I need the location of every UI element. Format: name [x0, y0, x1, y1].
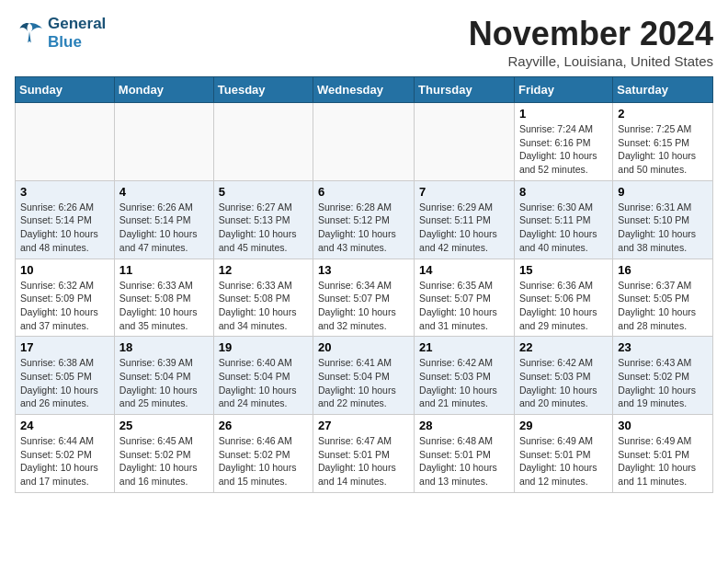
weekday-header-tuesday: Tuesday — [213, 77, 313, 103]
calendar-cell: 6Sunrise: 6:28 AM Sunset: 5:12 PM Daylig… — [313, 180, 415, 259]
day-number: 10 — [20, 263, 109, 277]
day-info: Sunrise: 6:41 AM Sunset: 5:04 PM Dayligh… — [318, 356, 409, 410]
day-info: Sunrise: 6:35 AM Sunset: 5:07 PM Dayligh… — [419, 279, 509, 333]
calendar-cell: 9Sunrise: 6:31 AM Sunset: 5:10 PM Daylig… — [613, 180, 713, 259]
day-info: Sunrise: 7:24 AM Sunset: 6:16 PM Dayligh… — [519, 122, 608, 177]
day-number: 1 — [519, 107, 608, 121]
day-info: Sunrise: 6:32 AM Sunset: 5:09 PM Dayligh… — [20, 279, 109, 333]
day-number: 27 — [318, 419, 409, 432]
day-number: 4 — [119, 185, 209, 199]
logo-icon — [15, 20, 44, 46]
calendar-cell: 17Sunrise: 6:38 AM Sunset: 5:05 PM Dayli… — [16, 337, 115, 415]
calendar-cell: 5Sunrise: 6:27 AM Sunset: 5:13 PM Daylig… — [213, 180, 313, 259]
day-number: 22 — [519, 340, 608, 354]
week-row-2: 3Sunrise: 6:26 AM Sunset: 5:14 PM Daylig… — [16, 180, 713, 259]
week-row-3: 10Sunrise: 6:32 AM Sunset: 5:09 PM Dayli… — [16, 259, 713, 337]
calendar-cell: 14Sunrise: 6:35 AM Sunset: 5:07 PM Dayli… — [415, 259, 515, 337]
calendar-cell: 23Sunrise: 6:43 AM Sunset: 5:02 PM Dayli… — [613, 337, 713, 415]
calendar-cell: 25Sunrise: 6:45 AM Sunset: 5:02 PM Dayli… — [114, 415, 213, 493]
day-info: Sunrise: 6:31 AM Sunset: 5:10 PM Dayligh… — [618, 201, 708, 255]
day-number: 3 — [20, 185, 109, 199]
day-info: Sunrise: 6:37 AM Sunset: 5:05 PM Dayligh… — [618, 279, 708, 333]
calendar-cell: 27Sunrise: 6:47 AM Sunset: 5:01 PM Dayli… — [313, 415, 415, 493]
day-info: Sunrise: 6:28 AM Sunset: 5:12 PM Dayligh… — [318, 201, 409, 255]
day-info: Sunrise: 6:48 AM Sunset: 5:01 PM Dayligh… — [419, 434, 509, 488]
day-info: Sunrise: 6:49 AM Sunset: 5:01 PM Dayligh… — [618, 434, 708, 488]
calendar-cell: 30Sunrise: 6:49 AM Sunset: 5:01 PM Dayli… — [613, 415, 713, 493]
weekday-header-friday: Friday — [514, 77, 612, 103]
day-number: 14 — [419, 263, 509, 277]
day-number: 19 — [219, 340, 308, 354]
day-number: 29 — [519, 419, 608, 432]
calendar-cell: 3Sunrise: 6:26 AM Sunset: 5:14 PM Daylig… — [16, 180, 115, 259]
weekday-header-thursday: Thursday — [415, 77, 515, 103]
day-info: Sunrise: 6:30 AM Sunset: 5:11 PM Dayligh… — [519, 201, 608, 255]
title-area: November 2024 Rayville, Louisiana, Unite… — [469, 15, 713, 69]
weekday-header-wednesday: Wednesday — [313, 77, 415, 103]
calendar-cell — [415, 103, 515, 181]
day-info: Sunrise: 6:33 AM Sunset: 5:08 PM Dayligh… — [219, 279, 308, 333]
week-row-1: 1Sunrise: 7:24 AM Sunset: 6:16 PM Daylig… — [16, 103, 713, 181]
day-number: 5 — [219, 185, 308, 199]
day-info: Sunrise: 6:43 AM Sunset: 5:02 PM Dayligh… — [618, 356, 708, 410]
day-info: Sunrise: 6:33 AM Sunset: 5:08 PM Dayligh… — [119, 279, 209, 333]
day-info: Sunrise: 6:49 AM Sunset: 5:01 PM Dayligh… — [519, 434, 608, 488]
location: Rayville, Louisiana, United States — [469, 53, 713, 69]
day-number: 6 — [318, 185, 409, 199]
calendar-cell: 7Sunrise: 6:29 AM Sunset: 5:11 PM Daylig… — [415, 180, 515, 259]
week-row-4: 17Sunrise: 6:38 AM Sunset: 5:05 PM Dayli… — [16, 337, 713, 415]
day-number: 16 — [618, 263, 708, 277]
month-title: November 2024 — [469, 15, 713, 53]
day-info: Sunrise: 6:40 AM Sunset: 5:04 PM Dayligh… — [219, 356, 308, 410]
day-info: Sunrise: 6:39 AM Sunset: 5:04 PM Dayligh… — [119, 356, 209, 410]
calendar-cell: 11Sunrise: 6:33 AM Sunset: 5:08 PM Dayli… — [114, 259, 213, 337]
day-number: 7 — [419, 185, 509, 199]
logo: General Blue — [15, 15, 106, 52]
day-info: Sunrise: 6:44 AM Sunset: 5:02 PM Dayligh… — [20, 434, 109, 488]
calendar-cell: 8Sunrise: 6:30 AM Sunset: 5:11 PM Daylig… — [514, 180, 612, 259]
day-info: Sunrise: 6:26 AM Sunset: 5:14 PM Dayligh… — [20, 201, 109, 255]
day-info: Sunrise: 6:27 AM Sunset: 5:13 PM Dayligh… — [219, 201, 308, 255]
day-number: 21 — [419, 340, 509, 354]
day-number: 11 — [119, 263, 209, 277]
calendar-cell — [114, 103, 213, 181]
day-number: 30 — [618, 419, 708, 432]
calendar-cell: 16Sunrise: 6:37 AM Sunset: 5:05 PM Dayli… — [613, 259, 713, 337]
day-number: 25 — [119, 419, 209, 432]
calendar-cell: 26Sunrise: 6:46 AM Sunset: 5:02 PM Dayli… — [213, 415, 313, 493]
day-info: Sunrise: 6:34 AM Sunset: 5:07 PM Dayligh… — [318, 279, 409, 333]
weekday-header-sunday: Sunday — [16, 77, 115, 103]
weekday-header-monday: Monday — [114, 77, 213, 103]
calendar: SundayMondayTuesdayWednesdayThursdayFrid… — [15, 76, 713, 493]
calendar-cell: 29Sunrise: 6:49 AM Sunset: 5:01 PM Dayli… — [514, 415, 612, 493]
day-number: 18 — [119, 340, 209, 354]
day-number: 28 — [419, 419, 509, 432]
day-info: Sunrise: 6:46 AM Sunset: 5:02 PM Dayligh… — [219, 434, 308, 488]
calendar-cell: 21Sunrise: 6:42 AM Sunset: 5:03 PM Dayli… — [415, 337, 515, 415]
day-info: Sunrise: 6:29 AM Sunset: 5:11 PM Dayligh… — [419, 201, 509, 255]
day-number: 23 — [618, 340, 708, 354]
day-number: 2 — [618, 107, 708, 121]
calendar-cell: 2Sunrise: 7:25 AM Sunset: 6:15 PM Daylig… — [613, 103, 713, 181]
calendar-cell: 1Sunrise: 7:24 AM Sunset: 6:16 PM Daylig… — [514, 103, 612, 181]
calendar-cell — [313, 103, 415, 181]
weekday-header-row: SundayMondayTuesdayWednesdayThursdayFrid… — [16, 77, 713, 103]
calendar-cell: 15Sunrise: 6:36 AM Sunset: 5:06 PM Dayli… — [514, 259, 612, 337]
logo-text: General Blue — [48, 15, 106, 52]
day-number: 9 — [618, 185, 708, 199]
day-info: Sunrise: 6:26 AM Sunset: 5:14 PM Dayligh… — [119, 201, 209, 255]
calendar-cell: 10Sunrise: 6:32 AM Sunset: 5:09 PM Dayli… — [16, 259, 115, 337]
day-number: 17 — [20, 340, 109, 354]
day-number: 24 — [20, 419, 109, 432]
calendar-cell: 12Sunrise: 6:33 AM Sunset: 5:08 PM Dayli… — [213, 259, 313, 337]
day-number: 12 — [219, 263, 308, 277]
calendar-cell: 28Sunrise: 6:48 AM Sunset: 5:01 PM Dayli… — [415, 415, 515, 493]
calendar-cell: 19Sunrise: 6:40 AM Sunset: 5:04 PM Dayli… — [213, 337, 313, 415]
calendar-cell — [213, 103, 313, 181]
day-number: 20 — [318, 340, 409, 354]
day-number: 26 — [219, 419, 308, 432]
calendar-cell: 18Sunrise: 6:39 AM Sunset: 5:04 PM Dayli… — [114, 337, 213, 415]
calendar-cell: 13Sunrise: 6:34 AM Sunset: 5:07 PM Dayli… — [313, 259, 415, 337]
calendar-cell: 4Sunrise: 6:26 AM Sunset: 5:14 PM Daylig… — [114, 180, 213, 259]
day-info: Sunrise: 6:38 AM Sunset: 5:05 PM Dayligh… — [20, 356, 109, 410]
